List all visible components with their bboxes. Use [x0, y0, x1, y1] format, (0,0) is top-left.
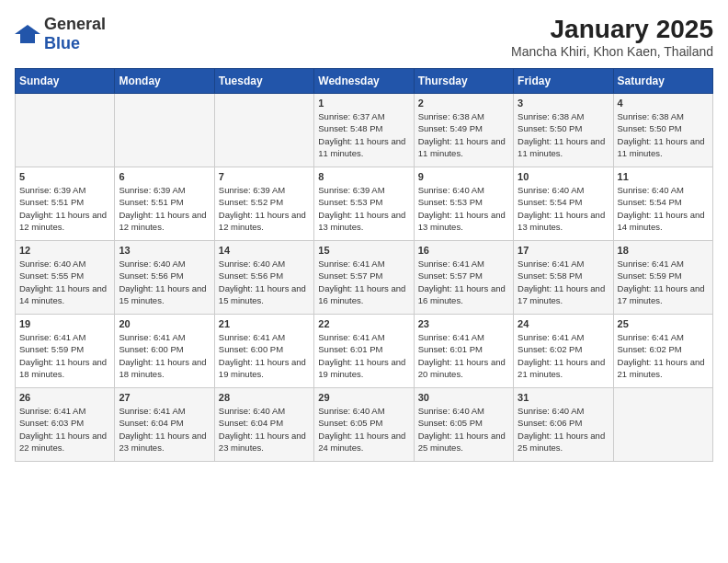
day-number: 8 — [318, 171, 409, 182]
day-info: Sunrise: 6:41 AMSunset: 6:02 PMDaylight:… — [518, 331, 609, 380]
day-info: Sunrise: 6:39 AMSunset: 5:53 PMDaylight:… — [318, 184, 409, 233]
weekday-header-wednesday: Wednesday — [314, 69, 414, 94]
weekday-header-saturday: Saturday — [613, 69, 712, 94]
day-number: 6 — [119, 171, 210, 182]
day-info: Sunrise: 6:40 AMSunset: 6:04 PMDaylight:… — [219, 405, 310, 454]
weekday-header-friday: Friday — [514, 69, 613, 94]
day-number: 23 — [418, 318, 509, 329]
day-number: 27 — [119, 392, 210, 403]
logo-general: General — [44, 15, 106, 33]
day-number: 9 — [418, 171, 509, 182]
calendar-cell: 21Sunrise: 6:41 AMSunset: 6:00 PMDayligh… — [214, 315, 313, 388]
day-info: Sunrise: 6:40 AMSunset: 5:56 PMDaylight:… — [119, 258, 210, 306]
calendar-cell — [613, 388, 712, 462]
day-number: 2 — [418, 98, 509, 109]
week-row-3: 12Sunrise: 6:40 AMSunset: 5:55 PMDayligh… — [16, 241, 713, 315]
day-info: Sunrise: 6:41 AMSunset: 6:04 PMDaylight:… — [119, 405, 210, 454]
calendar-cell: 18Sunrise: 6:41 AMSunset: 5:59 PMDayligh… — [613, 241, 712, 315]
week-row-1: 1Sunrise: 6:37 AMSunset: 5:48 PMDaylight… — [16, 94, 713, 167]
day-info: Sunrise: 6:41 AMSunset: 6:02 PMDaylight:… — [618, 331, 709, 380]
day-number: 5 — [19, 171, 110, 182]
calendar-cell: 3Sunrise: 6:38 AMSunset: 5:50 PMDaylight… — [514, 94, 613, 167]
day-info: Sunrise: 6:39 AMSunset: 5:51 PMDaylight:… — [119, 184, 210, 233]
day-number: 10 — [518, 171, 609, 182]
day-number: 20 — [119, 318, 210, 329]
day-number: 13 — [119, 245, 210, 256]
calendar-cell: 11Sunrise: 6:40 AMSunset: 5:54 PMDayligh… — [613, 167, 712, 241]
day-info: Sunrise: 6:41 AMSunset: 5:58 PMDaylight:… — [518, 258, 609, 306]
day-number: 26 — [19, 392, 110, 403]
calendar-cell: 19Sunrise: 6:41 AMSunset: 5:59 PMDayligh… — [16, 315, 115, 388]
day-info: Sunrise: 6:39 AMSunset: 5:51 PMDaylight:… — [19, 184, 110, 233]
calendar-cell: 12Sunrise: 6:40 AMSunset: 5:55 PMDayligh… — [16, 241, 115, 315]
day-info: Sunrise: 6:40 AMSunset: 6:05 PMDaylight:… — [318, 405, 409, 454]
day-number: 21 — [219, 318, 310, 329]
day-number: 24 — [518, 318, 609, 329]
calendar-cell: 22Sunrise: 6:41 AMSunset: 6:01 PMDayligh… — [314, 315, 414, 388]
day-info: Sunrise: 6:40 AMSunset: 5:54 PMDaylight:… — [618, 184, 709, 233]
day-info: Sunrise: 6:40 AMSunset: 6:06 PMDaylight:… — [518, 405, 609, 454]
calendar-title: January 2025 — [511, 15, 713, 44]
logo-blue: Blue — [44, 34, 80, 52]
calendar-cell: 26Sunrise: 6:41 AMSunset: 6:03 PMDayligh… — [16, 388, 115, 462]
calendar-cell: 20Sunrise: 6:41 AMSunset: 6:00 PMDayligh… — [115, 315, 214, 388]
day-info: Sunrise: 6:41 AMSunset: 5:57 PMDaylight:… — [318, 258, 409, 306]
calendar-cell: 8Sunrise: 6:39 AMSunset: 5:53 PMDaylight… — [314, 167, 414, 241]
day-number: 29 — [318, 392, 409, 403]
calendar-cell: 25Sunrise: 6:41 AMSunset: 6:02 PMDayligh… — [613, 315, 712, 388]
calendar-cell: 31Sunrise: 6:40 AMSunset: 6:06 PMDayligh… — [514, 388, 613, 462]
day-info: Sunrise: 6:41 AMSunset: 5:59 PMDaylight:… — [618, 258, 709, 306]
day-info: Sunrise: 6:38 AMSunset: 5:50 PMDaylight:… — [518, 110, 609, 159]
calendar-cell: 15Sunrise: 6:41 AMSunset: 5:57 PMDayligh… — [314, 241, 414, 315]
day-info: Sunrise: 6:40 AMSunset: 6:05 PMDaylight:… — [418, 405, 509, 454]
calendar-cell: 4Sunrise: 6:38 AMSunset: 5:50 PMDaylight… — [613, 94, 712, 167]
day-number: 11 — [618, 171, 709, 182]
day-info: Sunrise: 6:41 AMSunset: 5:57 PMDaylight:… — [418, 258, 509, 306]
calendar-cell: 27Sunrise: 6:41 AMSunset: 6:04 PMDayligh… — [115, 388, 214, 462]
calendar-subtitle: Mancha Khiri, Khon Kaen, Thailand — [511, 44, 713, 59]
weekday-header-row: SundayMondayTuesdayWednesdayThursdayFrid… — [16, 69, 713, 94]
calendar-cell: 28Sunrise: 6:40 AMSunset: 6:04 PMDayligh… — [214, 388, 313, 462]
day-number: 1 — [318, 98, 409, 109]
day-number: 30 — [418, 392, 509, 403]
calendar-cell: 24Sunrise: 6:41 AMSunset: 6:02 PMDayligh… — [514, 315, 613, 388]
logo-icon — [15, 25, 40, 43]
day-number: 16 — [418, 245, 509, 256]
day-info: Sunrise: 6:40 AMSunset: 5:54 PMDaylight:… — [518, 184, 609, 233]
page-header: General Blue January 2025 Mancha Khiri, … — [15, 15, 713, 59]
day-number: 22 — [318, 318, 409, 329]
calendar-cell: 10Sunrise: 6:40 AMSunset: 5:54 PMDayligh… — [514, 167, 613, 241]
day-number: 3 — [518, 98, 609, 109]
calendar-cell: 7Sunrise: 6:39 AMSunset: 5:52 PMDaylight… — [214, 167, 313, 241]
calendar-cell: 14Sunrise: 6:40 AMSunset: 5:56 PMDayligh… — [214, 241, 313, 315]
calendar-cell: 23Sunrise: 6:41 AMSunset: 6:01 PMDayligh… — [414, 315, 513, 388]
calendar-cell: 5Sunrise: 6:39 AMSunset: 5:51 PMDaylight… — [16, 167, 115, 241]
day-info: Sunrise: 6:38 AMSunset: 5:50 PMDaylight:… — [618, 110, 709, 159]
day-info: Sunrise: 6:39 AMSunset: 5:52 PMDaylight:… — [219, 184, 310, 233]
day-number: 19 — [19, 318, 110, 329]
day-number: 7 — [219, 171, 310, 182]
calendar-cell: 9Sunrise: 6:40 AMSunset: 5:53 PMDaylight… — [414, 167, 513, 241]
calendar-cell — [115, 94, 214, 167]
day-number: 28 — [219, 392, 310, 403]
day-number: 14 — [219, 245, 310, 256]
calendar-cell: 13Sunrise: 6:40 AMSunset: 5:56 PMDayligh… — [115, 241, 214, 315]
day-info: Sunrise: 6:40 AMSunset: 5:53 PMDaylight:… — [418, 184, 509, 233]
calendar-cell — [16, 94, 115, 167]
calendar-cell: 29Sunrise: 6:40 AMSunset: 6:05 PMDayligh… — [314, 388, 414, 462]
day-info: Sunrise: 6:38 AMSunset: 5:49 PMDaylight:… — [418, 110, 509, 159]
title-block: January 2025 Mancha Khiri, Khon Kaen, Th… — [511, 15, 713, 59]
weekday-header-sunday: Sunday — [16, 69, 115, 94]
week-row-5: 26Sunrise: 6:41 AMSunset: 6:03 PMDayligh… — [16, 388, 713, 462]
day-info: Sunrise: 6:41 AMSunset: 6:00 PMDaylight:… — [219, 331, 310, 380]
day-info: Sunrise: 6:41 AMSunset: 6:03 PMDaylight:… — [19, 405, 110, 454]
calendar-cell — [214, 94, 313, 167]
calendar-cell: 6Sunrise: 6:39 AMSunset: 5:51 PMDaylight… — [115, 167, 214, 241]
day-number: 15 — [318, 245, 409, 256]
day-number: 31 — [518, 392, 609, 403]
svg-marker-0 — [15, 25, 40, 43]
day-info: Sunrise: 6:41 AMSunset: 6:01 PMDaylight:… — [318, 331, 409, 380]
day-number: 17 — [518, 245, 609, 256]
day-number: 18 — [618, 245, 709, 256]
weekday-header-tuesday: Tuesday — [214, 69, 313, 94]
